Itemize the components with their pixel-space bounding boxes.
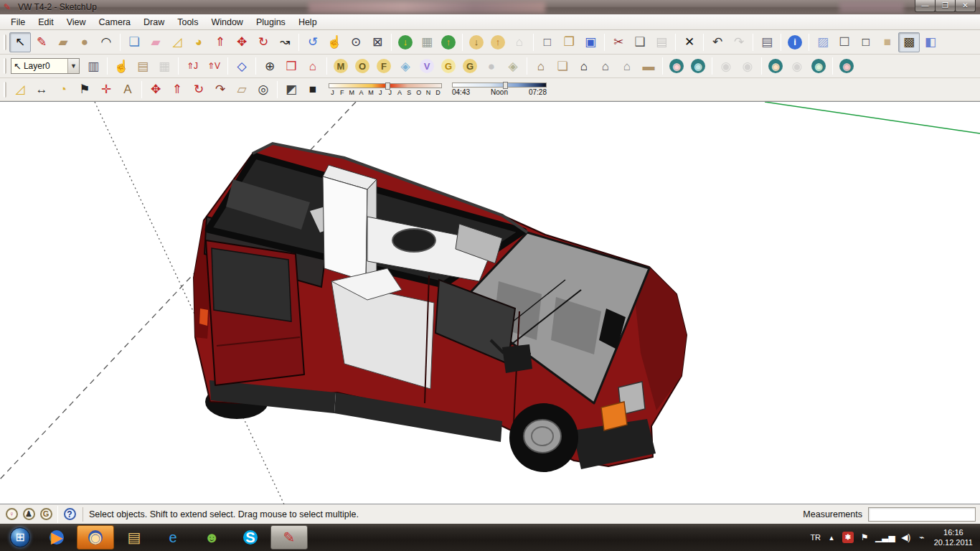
- explorer-taskbar-button[interactable]: ▤: [116, 525, 153, 550]
- dimensions-tool[interactable]: ↔: [31, 80, 52, 100]
- section-cut-button[interactable]: ⌂: [302, 56, 324, 76]
- layer-manager-button[interactable]: ▥: [83, 56, 104, 76]
- taskbar-clock[interactable]: 16:16 20.12.2011: [934, 527, 973, 548]
- start-button[interactable]: ⊞: [4, 525, 37, 550]
- shadow-time-slider[interactable]: 04:43 Noon 07:28: [452, 83, 547, 96]
- pointer-hand-tool[interactable]: ☝: [110, 56, 132, 76]
- hidden-line-style-button[interactable]: □: [855, 32, 877, 52]
- monochrome-style-button[interactable]: ◧: [920, 32, 941, 52]
- sign-in-icon[interactable]: G: [37, 507, 55, 522]
- tag-f-button[interactable]: F: [373, 56, 395, 76]
- claim-credit-icon[interactable]: ♟: [20, 507, 37, 522]
- volume-tray-icon[interactable]: ◀): [901, 531, 911, 544]
- move-tool[interactable]: ✥: [231, 32, 253, 52]
- paint-bucket-tool[interactable]: ◕: [188, 32, 209, 52]
- shadow-date-slider[interactable]: JFMAMJJASOND: [329, 83, 442, 96]
- open-box-button[interactable]: ❏: [552, 56, 573, 76]
- open-button[interactable]: ❐: [558, 32, 580, 52]
- place-model-button[interactable]: ↑: [438, 32, 459, 52]
- delete-button[interactable]: ✕: [679, 32, 700, 52]
- scale-tool[interactable]: ▱: [231, 80, 253, 100]
- menu-edit[interactable]: Edit: [32, 15, 60, 29]
- undo-button[interactable]: ↶: [707, 32, 728, 52]
- render-list-button[interactable]: ◉: [808, 56, 829, 76]
- menu-view[interactable]: View: [60, 15, 93, 29]
- vector-push-pull-tool[interactable]: ⇑V: [203, 56, 225, 76]
- media-player-taskbar-button[interactable]: ▶: [38, 525, 75, 550]
- render-view-button[interactable]: ◉: [666, 56, 687, 76]
- shaded-style-button[interactable]: ■: [877, 32, 898, 52]
- wireframe-style-button[interactable]: ☐: [834, 32, 855, 52]
- new-button[interactable]: □: [537, 32, 558, 52]
- select-tool[interactable]: ↖: [9, 32, 31, 52]
- line-tool[interactable]: ✎: [31, 32, 52, 52]
- render-settings-button[interactable]: ◉: [765, 56, 786, 76]
- minimize-button[interactable]: —: [915, 0, 936, 12]
- save-button[interactable]: ▣: [580, 32, 601, 52]
- joint-push-pull-tool[interactable]: ⇑J: [182, 56, 203, 76]
- follow-me-tool[interactable]: ↝: [274, 32, 296, 52]
- modeling-viewport[interactable]: [0, 101, 980, 504]
- get-current-view-button[interactable]: ↓: [395, 32, 416, 52]
- action-center-flag-icon[interactable]: ⚑: [859, 531, 870, 544]
- wall-box-button[interactable]: ▬: [638, 56, 659, 76]
- offset-tool[interactable]: ◎: [253, 80, 274, 100]
- measurements-input[interactable]: [868, 507, 976, 522]
- sphere-button[interactable]: ●: [481, 56, 502, 76]
- render-region-button[interactable]: ◉: [687, 56, 709, 76]
- antivirus-tray-icon[interactable]: ✱: [842, 531, 854, 544]
- orbit-tool[interactable]: ↺: [302, 32, 324, 52]
- get-models-button[interactable]: ↓: [466, 32, 487, 52]
- skype-taskbar-button[interactable]: S: [232, 525, 269, 550]
- text-tool[interactable]: ⚑: [74, 80, 95, 100]
- power-tray-icon[interactable]: ⌁: [917, 531, 927, 544]
- menu-camera[interactable]: Camera: [93, 15, 137, 29]
- shadow-date-track[interactable]: [329, 83, 442, 88]
- follow-me-tool-2[interactable]: ↷: [209, 80, 231, 100]
- restore-button[interactable]: ❐: [935, 0, 956, 12]
- zoom-tool[interactable]: ⊙: [345, 32, 367, 52]
- menu-tools[interactable]: Tools: [171, 15, 204, 29]
- menu-help[interactable]: Help: [292, 15, 324, 29]
- close-button[interactable]: ✕: [955, 0, 976, 12]
- shadow-date-handle[interactable]: [385, 83, 390, 90]
- print-button[interactable]: ▤: [756, 32, 778, 52]
- shadow-time-track[interactable]: [452, 83, 547, 88]
- axes-tool[interactable]: ✛: [95, 80, 117, 100]
- shadow-toggle-button[interactable]: ■: [302, 80, 324, 100]
- circle-tool[interactable]: ●: [74, 32, 95, 52]
- white-house-button[interactable]: ⌂: [616, 56, 638, 76]
- tag-m-button[interactable]: M: [330, 56, 352, 76]
- add-section-plane-button[interactable]: ❒: [281, 56, 302, 76]
- language-indicator[interactable]: TR: [810, 531, 821, 544]
- share-models-button[interactable]: ↑: [487, 32, 509, 52]
- tools-on-surface-button[interactable]: ◇: [231, 56, 253, 76]
- material-browser-button[interactable]: ▤: [132, 56, 154, 76]
- network-signal-icon[interactable]: ▁▃▅: [875, 531, 895, 544]
- toolbar-grip[interactable]: [4, 34, 6, 50]
- layer-combobox[interactable]: ↖ Layer0 ▼: [11, 58, 80, 74]
- protractor-tool[interactable]: ◔: [52, 80, 74, 100]
- tape-measure-tool[interactable]: ◿: [166, 32, 188, 52]
- round-corner-tool[interactable]: ⊕: [259, 56, 281, 76]
- tag-g-button[interactable]: G: [459, 56, 481, 76]
- house-box-button[interactable]: ⌂: [595, 56, 616, 76]
- cut-button[interactable]: ✂: [608, 32, 629, 52]
- toolbar-grip[interactable]: [4, 58, 6, 74]
- eraser-tool[interactable]: ▰: [145, 32, 166, 52]
- menu-plugins[interactable]: Plugins: [250, 15, 292, 29]
- rotate-tool[interactable]: ↻: [253, 32, 274, 52]
- push-pull-tool[interactable]: ⇑: [209, 32, 231, 52]
- hidden-icons-arrow[interactable]: ▴: [826, 531, 837, 544]
- tape-measure-tool-2[interactable]: ◿: [9, 80, 31, 100]
- shadow-time-handle[interactable]: [503, 82, 508, 89]
- toolbar-grip[interactable]: [4, 82, 6, 98]
- toggle-terrain-button[interactable]: ▦: [416, 32, 438, 52]
- internet-explorer-taskbar-button[interactable]: e: [154, 525, 192, 550]
- geolocation-icon[interactable]: ♀: [3, 507, 20, 522]
- rotate-tool-2[interactable]: ↻: [188, 80, 209, 100]
- diamond-button[interactable]: ◈: [502, 56, 524, 76]
- shadow-settings-button[interactable]: ◩: [281, 80, 302, 100]
- pan-tool[interactable]: ☝: [324, 32, 345, 52]
- sketchup-taskbar-button[interactable]: ✎: [270, 525, 308, 550]
